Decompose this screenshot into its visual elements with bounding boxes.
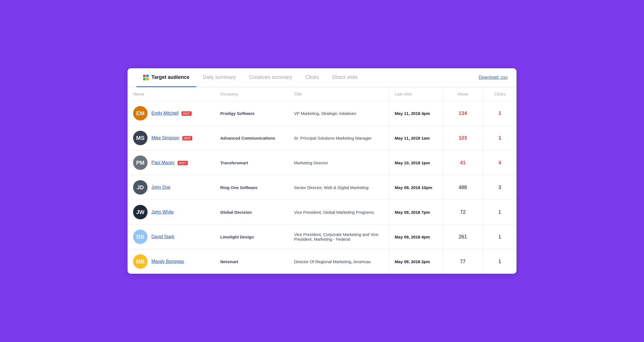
name-wrapper: David Stark (151, 234, 174, 239)
avatar: JD (133, 180, 148, 195)
tab-direct-visits[interactable]: Direct visits (326, 68, 365, 87)
views-value: 261 (459, 234, 467, 240)
name-cell: DS David Stark (133, 230, 209, 244)
company-name: Transfersmart (220, 160, 248, 165)
tab-bar: Target audience Daily summary Creatives … (128, 68, 516, 87)
avatar-initials: EM (136, 110, 144, 117)
clicks-value: 3 (498, 185, 501, 190)
hot-badge: HOT (182, 136, 193, 140)
table-row: MB Mandy Borregas NetsmartDirector Of Re… (128, 249, 516, 274)
title-cell: Marketing Director (288, 150, 389, 175)
col-header-clicks: Clicks (483, 87, 516, 101)
avatar-initials: MB (136, 258, 144, 265)
company-name: Limelight Design (220, 235, 254, 239)
company-name: Prodigy Software (220, 111, 254, 116)
views-value: 72 (460, 209, 466, 215)
col-header-name: Name (128, 87, 215, 101)
table-header-row: Name Company Title Last click Views Clic… (128, 87, 516, 101)
views-value: 103 (459, 135, 467, 141)
person-name-link[interactable]: John White (151, 210, 174, 214)
col-header-last-click: Last click (389, 87, 443, 101)
hot-badge: HOT (181, 111, 192, 116)
avatar: MB (133, 254, 148, 269)
last-click-value: May 11, 2018 1am (395, 136, 430, 140)
clicks-value: 1 (498, 234, 501, 240)
tab-icon-target-audience (143, 75, 149, 80)
views-value: 488 (459, 185, 467, 190)
company-name: Advanced Communications (220, 136, 275, 140)
person-name-link[interactable]: Emily Mitchell (151, 111, 179, 115)
audience-table: Name Company Title Last click Views Clic… (128, 87, 516, 274)
hot-badge: HOT (178, 161, 188, 165)
col-header-views: Views (443, 87, 483, 101)
avatar: PM (133, 155, 148, 170)
tab-label-target-audience: Target audience (151, 74, 189, 80)
person-name-link[interactable]: John Doe (151, 185, 171, 190)
avatar-initials: JD (137, 184, 144, 191)
name-wrapper: Emily Mitchell HOT (151, 111, 192, 116)
table-row: JD John Doe Ring One SoftwareSenior Dire… (128, 175, 516, 200)
company-name: Ring One Software (220, 185, 258, 190)
title-cell: Vice President, Global Marketing Program… (288, 200, 389, 225)
person-name-link[interactable]: Mandy Borregas (151, 259, 184, 264)
name-cell: PM Paul Macey HOT (133, 155, 209, 170)
last-click-value: May 10, 2018 1pm (395, 160, 430, 165)
tab-target-audience[interactable]: Target audience (136, 68, 196, 87)
avatar-initials: DS (136, 234, 144, 240)
tab-label-clicks: Clicks (306, 74, 319, 80)
name-wrapper: John White (151, 210, 174, 215)
table-row: MS Mike Simpson HOT Advanced Communicati… (128, 126, 516, 150)
clicks-value: 1 (498, 259, 501, 264)
clicks-value: 1 (498, 135, 501, 141)
clicks-value: 4 (498, 160, 501, 165)
name-cell: JD John Doe (133, 180, 209, 195)
last-click-value: May 09, 2018 4pm (395, 235, 430, 239)
company-name: Global Decision (220, 210, 252, 215)
name-wrapper: John Doe (151, 185, 171, 190)
tab-clicks[interactable]: Clicks (299, 68, 326, 87)
title-cell: Sr. Principal Solutions Marketing Manage… (288, 126, 389, 150)
avatar: MS (133, 131, 148, 145)
tab-daily-summary[interactable]: Daily summary (196, 68, 243, 87)
tab-creatives-summary[interactable]: Creatives summary (243, 68, 299, 87)
table-row: DS David Stark Limelight DesignVice Pres… (128, 225, 516, 249)
clicks-value: 1 (498, 209, 501, 215)
name-cell: EM Emily Mitchell HOT (133, 106, 209, 120)
tab-label-creatives-summary: Creatives summary (249, 74, 292, 80)
avatar: JW (133, 205, 148, 219)
title-cell: Senior Director, Web & Digital Marketing (288, 175, 389, 200)
last-click-value: May 09, 2018 7pm (395, 210, 430, 215)
avatar-initials: JW (136, 209, 144, 215)
views-value: 41 (460, 160, 466, 165)
col-header-title: Title (288, 87, 389, 101)
person-name-link[interactable]: David Stark (151, 234, 174, 239)
company-name: Netsmart (220, 259, 238, 264)
person-name-link[interactable]: Mike Simpson (151, 135, 179, 140)
avatar: EM (133, 106, 148, 120)
avatar: DS (133, 230, 148, 244)
last-click-value: May 09, 2018 2pm (395, 259, 430, 264)
table-row: JW John White Global DecisionVice Presid… (128, 200, 516, 225)
clicks-value: 1 (498, 110, 501, 116)
person-name-link[interactable]: Paul Macey (151, 160, 175, 165)
name-cell: MS Mike Simpson HOT (133, 131, 209, 145)
name-wrapper: Mike Simpson HOT (151, 135, 192, 140)
name-cell: JW John White (133, 205, 209, 219)
table-row: EM Emily Mitchell HOT Prodigy SoftwareVP… (128, 101, 516, 126)
name-wrapper: Mandy Borregas (151, 259, 184, 264)
name-wrapper: Paul Macey HOT (151, 160, 188, 165)
avatar-initials: MS (136, 135, 144, 141)
title-cell: VP Marketing, Strategic Initiatives (288, 101, 389, 126)
data-table-container: Name Company Title Last click Views Clic… (128, 87, 516, 274)
main-card: Target audience Daily summary Creatives … (128, 68, 516, 274)
avatar-initials: PM (136, 160, 144, 166)
title-cell: Director Of Regional Marketing, Americas (288, 249, 389, 274)
download-csv-link[interactable]: Download .csv (479, 75, 508, 80)
title-cell: Vice President, Corporate Marketing and … (288, 225, 389, 249)
views-value: 134 (459, 110, 467, 116)
tab-label-daily-summary: Daily summary (203, 74, 236, 80)
last-click-value: May 09, 2018 10pm (395, 185, 432, 190)
name-cell: MB Mandy Borregas (133, 254, 209, 269)
col-header-company: Company (215, 87, 289, 101)
views-value: 77 (460, 259, 466, 264)
